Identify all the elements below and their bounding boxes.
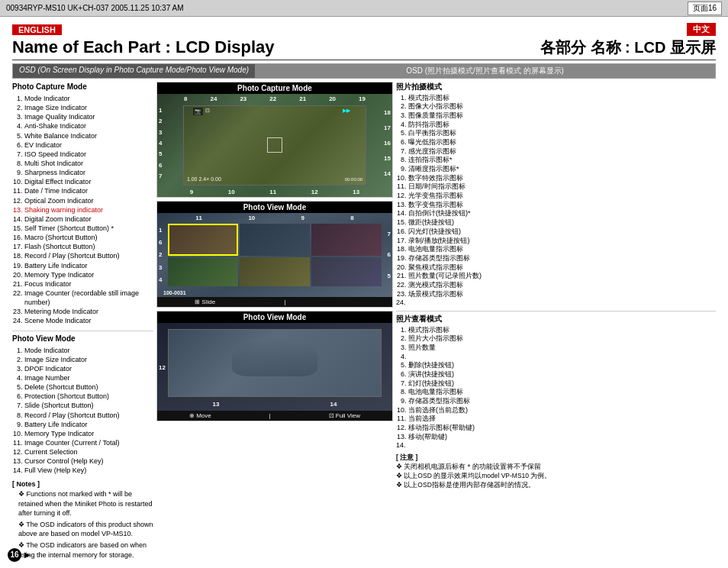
list-item: 24. (396, 299, 716, 308)
list-item: 连拍指示图标* (408, 156, 716, 165)
list-item: 删除(快捷按钮) (408, 361, 716, 370)
notes-title: [ Notes ] (12, 479, 153, 489)
list-item: Anti-Shake Indicator (24, 121, 153, 131)
cn-view-title: 照片查看模式 (396, 314, 716, 324)
page-number: 16 (12, 548, 21, 562)
list-item: Metering Mode Indicator (24, 307, 153, 316)
page-indicator: 页面16 (688, 2, 722, 15)
main-content: ENGLISH 中文 Name of Each Part : LCD Displ… (0, 17, 728, 568)
slide-label: ⊞ Slide (195, 299, 215, 305)
list-item: ISO Speed Indicator (24, 150, 153, 159)
list-item: White Balance Indicator (24, 131, 153, 140)
list-item: Sharpness Indicator (24, 168, 153, 177)
fullview-label: ⊡ Full View (329, 412, 361, 419)
note-item: ❖ Functions not marked with * will be re… (12, 489, 153, 518)
move-label: ⊕ Move (189, 412, 211, 419)
list-item: 场景模式指示图标 (408, 290, 716, 299)
cn-notes-title: [ 注意 ] (396, 453, 716, 463)
list-item: Digital Zoom Indicator (24, 215, 153, 224)
view-diagram-1: Photo View Mode 11 10 9 8 1 6 (156, 201, 393, 308)
divider (12, 331, 153, 331)
list-item: 存储器类型指示图标 (408, 397, 716, 406)
list-item: Macro (Shortcut Button) (24, 233, 153, 242)
list-item: Image Size Indicator (24, 103, 153, 112)
left-column: Photo Capture Mode Mode Indicator Image … (12, 82, 153, 562)
lang-row: ENGLISH 中文 (12, 23, 716, 36)
view-diagram-1-title: Photo View Mode (157, 202, 392, 213)
three-col-layout: Photo Capture Mode Mode Indicator Image … (12, 82, 716, 562)
list-item: Mode Indicator (24, 346, 153, 355)
capture-diagram: Photo Capture Mode 8 24 23 22 21 20 19 (156, 82, 393, 198)
list-item: Self Timer (Shortcut Button) * (24, 224, 153, 233)
middle-column: Photo Capture Mode 8 24 23 22 21 20 19 (156, 82, 393, 562)
list-item red: Shaking warning indicator (24, 205, 153, 215)
list-item: 聚焦模式指示图标 (408, 263, 716, 273)
list-item: Full View (Help Key) (24, 466, 153, 475)
list-item: Date / Time Indicator (24, 186, 153, 195)
list-item: EV Indicator (24, 140, 153, 150)
list-item: 当前选择 (408, 415, 716, 424)
list-item: 测光模式指示图标 (408, 281, 716, 290)
list-item: 图像大小指示图标 (408, 102, 716, 111)
capture-mode-list: Mode Indicator Image Size Indicator Imag… (12, 94, 153, 326)
list-item: Multi Shot Indicator (24, 159, 153, 168)
english-badge: ENGLISH (12, 24, 62, 35)
list-item: Flash (Shortcut Button) (24, 242, 153, 251)
list-item: Optical Zoom Indicator (24, 196, 153, 205)
list-item: 幻灯(快捷按钮) (408, 379, 716, 389)
list-item: Delete (Shortcut Button) (24, 382, 153, 392)
list-item: 照片大小指示图标 (408, 334, 716, 344)
view-bottom-bar-1: ⊞ Slide | (157, 297, 392, 307)
cn-notes: [ 注意 ] ❖ 关闭相机电源后标有＊的功能设置将不予保留 ❖ 以上OSD 的显… (396, 453, 716, 490)
right-column: 照片拍摄模式 模式指示图标 图像大小指示图标 图像质量指示图标 防抖指示图标 白… (396, 82, 716, 562)
divider (396, 311, 716, 311)
view-diagram-2: Photo View Mode 12 13 14 (156, 311, 393, 421)
list-item: 光学变焦指示图标 (408, 192, 716, 201)
list-item: 模式指示图标 (408, 94, 716, 103)
list-item: 演讲(快捷按钮) (408, 370, 716, 379)
osd-right-text: OSD (照片拍摄模式/照片查看模式 的屏幕显示) (255, 64, 715, 78)
list-item: Record / Play (Shortcut Button) (24, 251, 153, 260)
list-item: 模式指示图标 (408, 326, 716, 335)
page-footer: 16 ▶ (12, 548, 31, 562)
list-item: Digital Effect Indicator (24, 177, 153, 186)
osd-left-text: OSD (On Screen Display in Photo Capture … (13, 64, 255, 78)
list-item: Battery Life Indicator (24, 261, 153, 270)
capture-diagram-title: Photo Capture Mode (157, 82, 392, 94)
title-row: Name of Each Part : LCD Display 各部分 名称 :… (12, 37, 716, 60)
list-item (408, 353, 716, 362)
view-mode-list: Mode Indicator Image Size Indicator DPOF… (12, 346, 153, 476)
list-item: 照片数量(可记录照片数) (408, 272, 716, 281)
cn-note-item: ❖ 关闭相机电源后标有＊的功能设置将不予保留 (396, 463, 716, 472)
cn-note-item: ❖ 以上OSD指标是使用内部存储器时的情况。 (396, 481, 716, 490)
view-diagram-2-image: 12 13 14 ⊕ Move | ⊡ Full View (157, 323, 392, 421)
note-item: ❖ The OSD indicators are based on when u… (12, 541, 153, 560)
list-item: Image Counter (Current / Total) (24, 438, 153, 447)
list-item: 当前选择(当前总数) (408, 406, 716, 415)
list-item: 移动(帮助键) (408, 433, 716, 442)
list-item: 移动指示图标(帮助键) (408, 424, 716, 433)
view-mode-title: Photo View Mode (12, 334, 153, 344)
list-item: Battery Life Indicator (24, 420, 153, 429)
cn-view-list: 模式指示图标 照片大小指示图标 照片数量 删除(快捷按钮) 演讲(快捷按钮) 幻… (396, 326, 716, 451)
list-item: 数字特效指示图标 (408, 174, 716, 183)
list-item: 曝光低指示图标 (408, 138, 716, 147)
list-item: Protection (Shortcut Button) (24, 392, 153, 401)
list-item: Memory Type Indicator (24, 429, 153, 438)
list-item: Image Quality Indicator (24, 112, 153, 121)
list-item: 录制/播放(快捷按钮) (408, 237, 716, 246)
list-item: Image Size Indicator (24, 355, 153, 364)
list-item: Record / Play (Shortcut Button) (24, 411, 153, 420)
list-item: Image Number (24, 373, 153, 382)
view-diagram-2-title: Photo View Mode (157, 311, 392, 323)
list-item: Memory Type Indicator (24, 270, 153, 279)
notes-section: [ Notes ] ❖ Functions not marked with * … (12, 479, 153, 560)
list-item: 电池电量指示图标 (408, 245, 716, 254)
list-item: DPOF Indicator (24, 364, 153, 373)
osd-header: OSD (On Screen Display in Photo Capture … (12, 63, 716, 79)
list-item: 自拍倒计(快捷按钮)* (408, 209, 716, 218)
header-bar: 00934RYP-MS10 UK+CH-037 2005.11.25 10:37… (0, 0, 728, 17)
note-item: ❖ The OSD indicators of this product sho… (12, 520, 153, 539)
title-english: Name of Each Part : LCD Display (12, 37, 275, 57)
list-item: Image Counter (recordable still image nu… (24, 289, 153, 307)
